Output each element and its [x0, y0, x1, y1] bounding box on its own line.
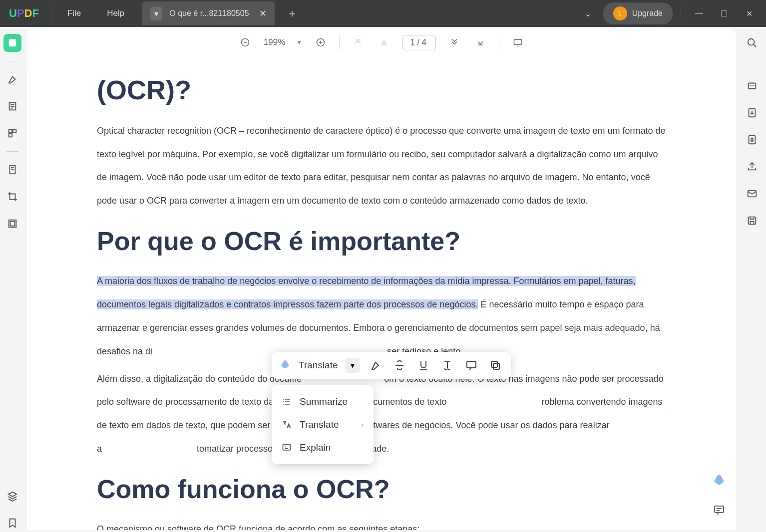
close-button[interactable]: ✕ [739, 3, 759, 23]
left-rail [0, 27, 25, 532]
minimize-button[interactable]: — [689, 3, 709, 23]
tabs-dropdown-icon[interactable]: ⌄ [578, 3, 598, 23]
app-logo: UPDF [0, 7, 48, 20]
crop-icon[interactable] [3, 188, 21, 206]
list-icon [282, 397, 292, 407]
form-icon[interactable] [3, 215, 21, 233]
ai-explain[interactable]: Explain [272, 436, 374, 459]
right-rail [738, 27, 766, 532]
page-sep: / [417, 37, 421, 47]
tab-dropdown-icon[interactable]: ▾ [150, 7, 162, 20]
page-indicator[interactable]: 1/4 [402, 35, 436, 50]
ai-menu-label: Translate [300, 419, 339, 430]
upgrade-button[interactable]: L Upgrade [603, 2, 673, 24]
svg-rect-3 [13, 130, 16, 133]
ai-menu: Summarize Translate › Explain [272, 385, 374, 464]
ai-menu-label: Explain [300, 442, 331, 453]
svg-point-16 [748, 39, 755, 45]
share-icon[interactable] [743, 158, 761, 176]
ai-icon [279, 359, 292, 372]
comment-icon[interactable] [463, 357, 480, 374]
svg-rect-15 [715, 506, 724, 513]
svg-rect-11 [467, 361, 476, 368]
menu-help[interactable]: Help [94, 8, 137, 18]
zoom-out-button[interactable] [238, 35, 253, 50]
prev-page-button[interactable] [377, 35, 391, 50]
bookmark-icon[interactable] [3, 514, 21, 532]
avatar: L [613, 6, 627, 20]
app-body: 199% ▼ 1/4 (OCR)? Optical character reco… [0, 27, 766, 532]
page-tool-icon[interactable] [3, 161, 21, 179]
top-toolbar: 199% ▼ 1/4 [27, 29, 736, 56]
svg-rect-4 [9, 134, 12, 137]
next-page-button[interactable] [447, 35, 462, 50]
explain-icon [282, 443, 292, 453]
separator [499, 36, 499, 49]
page-current: 1 [410, 37, 417, 47]
presentation-icon[interactable] [510, 35, 525, 50]
paragraph: O mecanismo ou software de OCR funciona … [97, 518, 666, 530]
search-icon[interactable] [743, 34, 761, 52]
heading: Como funciona o OCR? [97, 474, 666, 505]
svg-rect-10 [514, 39, 522, 44]
underline-icon[interactable] [415, 357, 432, 374]
paragraph: Além disso, a digitalização do conteúdo … [97, 367, 666, 461]
menu-file[interactable]: File [54, 8, 94, 18]
email-icon[interactable] [743, 185, 761, 203]
last-page-button[interactable] [473, 35, 488, 50]
edit-pdf-icon[interactable] [3, 97, 21, 115]
selection-toolbar: Translate ▾ [272, 352, 511, 379]
zoom-dropdown-icon[interactable]: ▼ [296, 39, 302, 46]
translate-icon [282, 420, 292, 430]
squiggly-icon[interactable] [439, 357, 456, 374]
ai-dropdown-button[interactable]: ▾ [345, 358, 360, 373]
first-page-button[interactable] [351, 35, 366, 50]
ai-menu-label: Summarize [300, 396, 348, 407]
svg-rect-7 [10, 221, 14, 226]
document-viewport[interactable]: (OCR)? Optical character recognition (OC… [27, 56, 736, 530]
document-content: (OCR)? Optical character recognition (OC… [27, 56, 736, 530]
divider [6, 61, 18, 61]
divider [6, 151, 18, 152]
maximize-button[interactable]: ☐ [714, 3, 734, 23]
svg-rect-12 [493, 363, 499, 369]
convert-icon[interactable] [743, 104, 761, 122]
reader-mode-icon[interactable] [3, 34, 21, 52]
ocr-icon[interactable] [743, 77, 761, 95]
text: Além disso, a digitalização do conteúdo … [97, 374, 302, 384]
paragraph: A maioria dos fluxos de trabalho de negó… [97, 269, 666, 363]
svg-rect-2 [9, 130, 12, 133]
svg-rect-13 [491, 361, 497, 367]
layers-icon[interactable] [3, 487, 21, 505]
copy-icon[interactable] [487, 357, 504, 374]
page-total: 4 [421, 37, 428, 47]
titlebar: UPDF File Help ▾ O que é r...821180505 ✕… [0, 0, 766, 27]
upgrade-label: Upgrade [632, 9, 663, 18]
tab-title: O que é r...821180505 [169, 9, 249, 18]
zoom-in-button[interactable] [313, 35, 328, 50]
zoom-value: 199% [264, 37, 285, 47]
comment-float-icon[interactable] [711, 502, 727, 518]
separator [681, 7, 681, 20]
ai-float-icon[interactable] [711, 473, 727, 489]
highlight-icon[interactable] [367, 357, 384, 374]
organize-pages-icon[interactable] [3, 124, 21, 142]
separator [339, 36, 340, 49]
separator [51, 7, 51, 20]
strikethrough-icon[interactable] [391, 357, 408, 374]
heading: Por que o OCR é importante? [97, 226, 666, 257]
document-tab[interactable]: ▾ O que é r...821180505 ✕ [142, 1, 274, 25]
ai-translate[interactable]: Translate › [272, 413, 374, 436]
center-pane: 199% ▼ 1/4 (OCR)? Optical character reco… [25, 27, 738, 532]
save-icon[interactable] [743, 212, 761, 230]
heading-partial: (OCR)? [97, 74, 666, 106]
tab-close-icon[interactable]: ✕ [259, 8, 267, 19]
paragraph: Optical character recognition (OCR – rec… [97, 119, 666, 213]
compress-icon[interactable] [743, 131, 761, 149]
translate-label[interactable]: Translate [299, 360, 338, 371]
new-tab-button[interactable]: ＋ [287, 6, 298, 21]
svg-rect-21 [749, 217, 756, 225]
highlighter-icon[interactable] [3, 70, 21, 88]
chevron-right-icon: › [361, 421, 364, 429]
ai-summarize[interactable]: Summarize [272, 390, 374, 413]
